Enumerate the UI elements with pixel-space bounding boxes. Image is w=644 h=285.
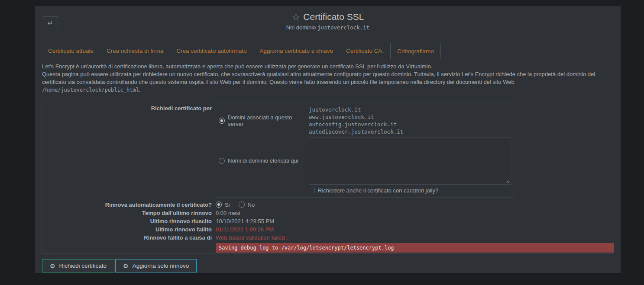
- domain-list-item: autodiscover.justoverclock.it: [309, 128, 511, 135]
- subtitle-prefix: Nel dominio: [286, 24, 316, 31]
- request-for-label: Richiedi certificato per: [42, 103, 212, 112]
- description-line2: Questa pagina può essere utilizzata per …: [42, 71, 595, 85]
- wildcard-checkbox-label: Richiedere anche il certificato con cara…: [318, 187, 438, 194]
- letsencrypt-error-banner: Saving debug log to /var/log/letsencrypt…: [216, 243, 614, 253]
- action-buttons: ⚙ Richiedi certificato ⚙ Aggiorna solo r…: [42, 259, 614, 272]
- renewal-status-rows: Tempo dall'ultimo rinnovo 0.00 mesi Ulti…: [42, 209, 614, 242]
- radio-renew-no-label: No: [248, 202, 255, 208]
- renewal-failure-reason-value: Web-based validation failed :: [216, 234, 614, 241]
- wildcard-checkbox[interactable]: [309, 188, 314, 193]
- domain-list-item: justoverclock.it: [309, 106, 511, 113]
- return-arrow-icon: ↵: [48, 19, 53, 27]
- back-button[interactable]: ↵: [43, 16, 58, 30]
- domain-names-textarea[interactable]: [309, 137, 511, 185]
- request-certificate-button[interactable]: ⚙ Richiedi certificato: [42, 259, 114, 272]
- certificate-request-form: Richiedi certificato per Domini associat…: [42, 101, 614, 254]
- star-icon: ☆: [292, 12, 301, 22]
- radio-renew-no[interactable]: [239, 202, 245, 208]
- page-title: Certificato SSL: [303, 12, 364, 22]
- tab-certificato-attuale[interactable]: Certificato attuale: [42, 43, 100, 59]
- description-line1: Let's Encrypt è un'autorità di certifica…: [42, 63, 432, 70]
- lets-encrypt-description: Let's Encrypt è un'autorità di certifica…: [42, 63, 614, 94]
- tab-crittografiamo[interactable]: Crittografiamo: [390, 43, 441, 59]
- last-successful-renewal-label: Ultimo rinnovo riuscito: [42, 218, 212, 224]
- auto-renew-label: Rinnova automaticamente il certificato?: [42, 202, 212, 208]
- update-renewal-only-button-label: Aggiorna solo rinnovo: [133, 263, 189, 269]
- last-failed-renewal-value: 01/11/2022 1:09:26 PM: [216, 226, 614, 233]
- radio-domains-listed[interactable]: [219, 158, 225, 164]
- time-since-renewal-value: 0.00 mesi: [216, 210, 614, 216]
- page-header: ↵ ☆Certificato SSL Nel dominio justoverc…: [35, 6, 621, 38]
- request-certificate-button-label: Richiedi certificato: [59, 263, 107, 269]
- time-since-renewal-label: Tempo dall'ultimo rinnovo: [42, 210, 212, 216]
- page-subtitle: Nel dominio justoverclock.it: [35, 24, 621, 31]
- domains-selection-box: Domini associati a questo server justove…: [216, 103, 514, 198]
- last-failed-renewal-label: Ultimo rinnovo fallito: [42, 226, 212, 233]
- last-successful-renewal-value: 10/10/2021 4:28:55 PM: [216, 218, 614, 224]
- tab-crea-certificato-autofirmato[interactable]: Crea certificato autofirmato: [170, 43, 253, 59]
- document-root-path: /home/justoverclock/public_html: [42, 87, 139, 93]
- radio-renew-yes-label: Si: [225, 202, 230, 208]
- title-block: ☆Certificato SSL Nel dominio justoverclo…: [35, 6, 621, 31]
- radio-domains-listed-label: Nomi di dominio elencati qui: [228, 157, 298, 164]
- gear-icon: ⚙: [123, 263, 129, 269]
- main-panel: ↵ ☆Certificato SSL Nel dominio justoverc…: [35, 6, 621, 273]
- renewal-failure-reason-label: Rinnovo fallito a causa di: [42, 234, 212, 241]
- tab-crea-richiesta-di-firma[interactable]: Crea richiesta di firma: [100, 43, 170, 59]
- radio-renew-yes[interactable]: [216, 202, 222, 208]
- tab-bar: Certificato attuale Crea richiesta di fi…: [35, 43, 621, 59]
- domain-list-item: autoconfig.justoverclock.it: [309, 121, 511, 128]
- tab-aggiorna-certificato-e-chiave[interactable]: Aggiorna certificato e chiave: [253, 43, 340, 59]
- radio-domains-associated-label: Domini associati a questo server: [228, 114, 309, 127]
- gear-icon: ⚙: [50, 263, 55, 269]
- domain-list-item: www.justoverclock.it: [309, 113, 511, 121]
- radio-domains-associated[interactable]: [219, 118, 225, 124]
- tab-certificato-ca[interactable]: Certificato CA.: [340, 43, 390, 59]
- associated-domain-list: justoverclock.it www.justoverclock.it au…: [309, 106, 511, 135]
- description-suffix: .: [139, 86, 141, 93]
- domain-name: justoverclock.it: [317, 24, 369, 31]
- update-renewal-only-button[interactable]: ⚙ Aggiorna solo rinnovo: [115, 259, 197, 272]
